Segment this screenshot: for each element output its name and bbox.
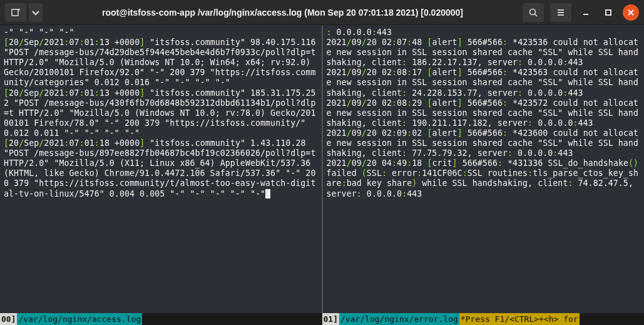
log-text-segment: : — [392, 128, 397, 138]
close-icon — [627, 9, 635, 16]
titlebar-right-controls — [523, 3, 639, 22]
log-text-segment: : — [402, 88, 407, 98]
tab-dropdown-button[interactable] — [29, 3, 43, 22]
log-text-segment: / — [19, 38, 24, 47]
log-text-segment: 443 — [568, 58, 583, 67]
log-text-segment: 20 02 — [367, 68, 392, 77]
log-text-segment: 01 — [84, 88, 95, 98]
log-text-segment: / — [362, 128, 367, 138]
access-log-pane[interactable]: -" "-" "-" "-" [20/Sep/2021:07:01:13 +00… — [0, 25, 322, 313]
log-text-segment: / — [347, 38, 352, 47]
log-text-segment: alert — [432, 98, 457, 108]
log-text-segment: 49 — [397, 158, 407, 168]
log-text-segment: 2021 — [44, 88, 64, 98]
log-text-segment: 0.0.0.0 — [332, 28, 372, 37]
log-text-segment: 443 — [578, 118, 593, 128]
log-text-segment: 02 — [412, 128, 427, 138]
log-text-segment: 09 — [352, 128, 362, 138]
log-text-segment: 566#566 — [463, 38, 503, 47]
log-text-segment: 09 — [397, 128, 407, 138]
log-text-segment: [ — [4, 88, 9, 98]
log-text-segment: 01 — [84, 38, 95, 47]
log-text-segment: 09 — [352, 38, 362, 47]
log-text-segment: 09 — [352, 158, 362, 168]
new-tab-icon — [11, 8, 21, 18]
log-text-segment: 29 — [412, 98, 427, 108]
log-text-segment: () — [628, 158, 638, 168]
minimize-icon — [582, 9, 590, 16]
log-text-segment: : — [79, 138, 84, 148]
log-text-segment: 20 — [9, 38, 19, 47]
log-text-segment: alert — [432, 68, 457, 77]
maximize-icon — [605, 9, 612, 16]
log-text-segment: *431336 SSL_do_handshake — [503, 158, 628, 168]
status-right-path: /var/log/nginx/error.log — [339, 313, 459, 325]
status-left-index: 00] — [0, 313, 17, 325]
close-button[interactable] — [623, 4, 639, 21]
log-text-segment: 08 — [397, 68, 407, 77]
menu-button[interactable] — [550, 3, 571, 22]
log-text-segment: 443 — [407, 189, 422, 199]
log-text-segment: 13 +0000 — [100, 38, 140, 47]
minimize-button[interactable] — [578, 4, 594, 21]
log-text-segment: : — [508, 148, 513, 158]
log-text-segment: 2021 — [327, 128, 347, 138]
log-text-segment: ] — [452, 158, 457, 168]
chevron-down-icon — [31, 8, 41, 18]
maximize-button[interactable] — [600, 4, 616, 21]
error-log-pane[interactable]: : 0.0.0.0:443 2021/09/20 02:07:48 [alert… — [322, 25, 645, 313]
log-text-segment: / — [362, 98, 367, 108]
log-text-segment: : — [327, 28, 332, 37]
log-text-segment: / — [19, 88, 24, 98]
log-text-segment: 443 — [558, 148, 573, 158]
log-text-segment: SSL — [367, 168, 382, 178]
statusbar-right: 01] /var/log/nginx/error.log *Press F1/<… — [322, 313, 645, 325]
log-text-segment: 186.22.17.137, server — [407, 58, 518, 67]
log-text-segment: 01 — [84, 138, 95, 148]
log-text-segment: 0.0.0.0 — [362, 189, 402, 199]
log-text-segment: 566#566 — [457, 158, 498, 168]
log-text-segment: : — [95, 88, 100, 98]
log-text-segment: 07 — [69, 88, 79, 98]
log-text-segment: : — [503, 38, 508, 47]
log-text-segment: ] — [457, 98, 463, 108]
search-icon — [528, 8, 538, 18]
log-text-segment: : — [528, 118, 533, 128]
log-text-segment: SSL routines — [468, 168, 528, 178]
log-text-segment: 190.211.117.182, server — [407, 118, 528, 128]
log-text-segment: ] — [457, 128, 463, 138]
log-text-segment: : — [392, 68, 397, 77]
log-text-segment: / — [347, 128, 352, 138]
log-text-segment: Sep — [24, 88, 39, 98]
log-text-segment: : — [357, 189, 362, 199]
log-text-segment: / — [347, 68, 352, 77]
hamburger-icon — [556, 8, 566, 18]
log-text-segment: ] — [457, 68, 463, 77]
log-text-segment: 0.0.0.0 — [523, 88, 563, 98]
log-text-segment: Sep — [24, 38, 39, 47]
statusbar-left: 00] /var/log/nginx/access.log — [0, 313, 322, 325]
log-text-segment: : — [503, 68, 508, 77]
log-text-segment: 2021 — [327, 98, 347, 108]
search-button[interactable] — [523, 3, 544, 22]
log-text-segment: / — [362, 68, 367, 77]
log-text-segment: 20 02 — [367, 98, 392, 108]
log-text-segment: 07 — [397, 38, 407, 47]
log-text-segment: 2021 — [327, 68, 347, 77]
log-text-segment: 48 — [412, 38, 427, 47]
window-title: root@itsfoss-com-app /var/log/nginx/acce… — [48, 8, 518, 18]
log-text-segment: 566#566 — [463, 68, 503, 77]
log-text-segment: : — [342, 178, 347, 188]
log-text-segment: : — [402, 148, 407, 158]
status-help-hint: *Press F1/<CTRL>+<h> for — [459, 313, 580, 325]
titlebar: root@itsfoss-com-app /var/log/nginx/acce… — [0, 0, 644, 25]
log-text-segment: 2021 — [327, 158, 347, 168]
log-text-segment: : — [392, 38, 397, 47]
new-tab-button[interactable] — [5, 3, 26, 22]
log-text-segment: 566#566 — [463, 98, 503, 108]
log-text-segment: : — [503, 128, 508, 138]
log-text-segment: [ — [4, 138, 9, 148]
log-text-segment: 17 — [412, 68, 427, 77]
log-text-segment: / — [347, 98, 352, 108]
log-text-segment: 141CF06C — [422, 168, 462, 178]
